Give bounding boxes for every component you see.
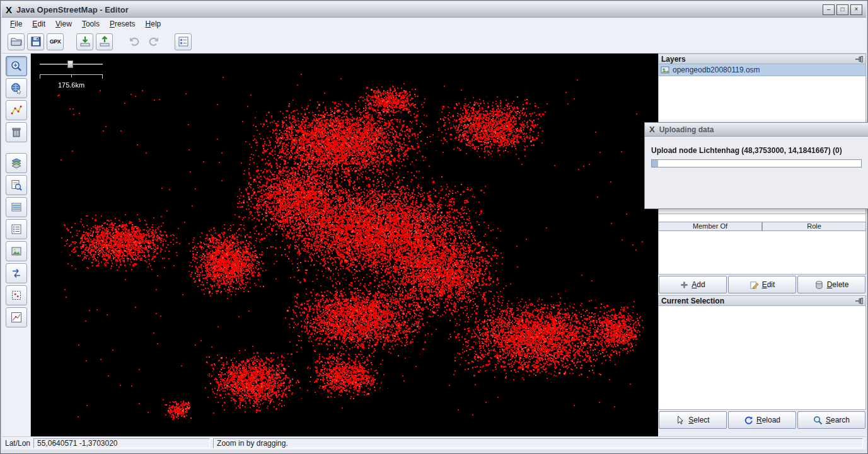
selection-panel-title: Current Selection bbox=[661, 297, 724, 305]
dialog-logo-icon: X bbox=[649, 125, 655, 134]
zoom-tool-button[interactable] bbox=[6, 56, 27, 76]
reload-button[interactable]: Reload bbox=[728, 411, 796, 429]
double-arrow-icon bbox=[10, 267, 23, 280]
map-scale-label: 175.6km bbox=[40, 81, 103, 89]
upload-dialog: X Uploading data Upload node Lichtenhag … bbox=[644, 122, 868, 209]
layers-panel-toggle[interactable] bbox=[6, 153, 27, 173]
edit-button[interactable]: Edit bbox=[728, 276, 796, 293]
add-button-label: Add bbox=[692, 280, 705, 289]
selection-pin-button[interactable] bbox=[855, 298, 863, 304]
member-of-column-header[interactable]: Member Of bbox=[658, 222, 762, 231]
add-button[interactable]: Add bbox=[659, 276, 727, 293]
map-styles-panel-toggle[interactable] bbox=[6, 197, 27, 217]
download-data-button[interactable] bbox=[76, 33, 93, 50]
statusbar: Lat/Lon 55,0640571 -1,3703020 Zoom in by… bbox=[2, 436, 866, 450]
membership-buttons: Add Edit Delete bbox=[658, 275, 866, 295]
folder-open-icon bbox=[10, 35, 23, 48]
draw-tool-button[interactable] bbox=[6, 100, 27, 120]
undo-icon bbox=[128, 35, 141, 48]
app-window: X Java OpenStreetMap - Editor – □ × File… bbox=[0, 0, 868, 454]
pencil-icon bbox=[749, 280, 759, 290]
layers-panel-title: Layers bbox=[661, 55, 686, 64]
maximize-button[interactable]: □ bbox=[836, 4, 848, 15]
tags-panel-toggle[interactable] bbox=[6, 219, 27, 239]
selection-list-panel-toggle[interactable] bbox=[6, 285, 27, 305]
redo-button[interactable] bbox=[145, 33, 162, 50]
membership-table-body[interactable] bbox=[658, 231, 866, 275]
map-scale-bar bbox=[40, 74, 103, 79]
layers-pin-button[interactable] bbox=[855, 56, 863, 62]
open-button[interactable] bbox=[8, 33, 25, 50]
pin-icon bbox=[855, 56, 863, 62]
preferences-icon bbox=[177, 35, 190, 48]
toolbar-separator bbox=[115, 42, 123, 42]
zoom-slider[interactable] bbox=[40, 60, 103, 69]
selection-list[interactable] bbox=[658, 306, 866, 410]
minimize-button[interactable]: – bbox=[823, 4, 835, 15]
layer-type-icon bbox=[661, 65, 669, 74]
move-tool-button[interactable] bbox=[6, 78, 27, 98]
selection-panel-toggle[interactable] bbox=[6, 241, 27, 261]
trash-icon bbox=[10, 126, 23, 139]
download-icon bbox=[79, 35, 91, 48]
menu-presets[interactable]: Presets bbox=[105, 19, 140, 29]
layers-icon bbox=[10, 157, 23, 169]
menubar: File Edit View Tools Presets Help bbox=[2, 18, 866, 30]
delete-button[interactable]: Delete bbox=[797, 276, 865, 293]
upload-icon bbox=[98, 35, 111, 48]
draw-line-icon bbox=[10, 104, 23, 116]
zoom-icon bbox=[10, 60, 23, 72]
globe-cursor-icon bbox=[10, 82, 23, 94]
search-button[interactable]: Search bbox=[797, 411, 865, 429]
magnifier-document-icon bbox=[10, 179, 23, 191]
menu-edit[interactable]: Edit bbox=[28, 19, 50, 29]
delete-button-label: Delete bbox=[827, 280, 849, 289]
slope-chart-icon bbox=[10, 311, 23, 324]
menu-view[interactable]: View bbox=[51, 19, 76, 29]
edit-toolbar bbox=[2, 54, 31, 436]
zoom-slider-handle[interactable] bbox=[67, 60, 73, 68]
image-icon bbox=[10, 245, 23, 258]
upload-progress-fill bbox=[652, 160, 658, 167]
upload-progress-bar bbox=[651, 159, 862, 167]
map-canvas[interactable] bbox=[31, 54, 658, 436]
main-toolbar: GPX bbox=[2, 30, 866, 54]
latlon-label: Lat/Lon bbox=[5, 439, 30, 448]
delete-tool-button[interactable] bbox=[6, 122, 27, 142]
window-title: Java OpenStreetMap - Editor bbox=[16, 5, 129, 14]
properties-panel-toggle[interactable] bbox=[6, 175, 27, 195]
upload-dialog-title: Uploading data bbox=[659, 125, 714, 134]
pin-icon bbox=[855, 298, 863, 304]
role-column-header[interactable]: Role bbox=[762, 222, 866, 231]
export-gpx-button[interactable]: GPX bbox=[47, 33, 64, 50]
close-button[interactable]: × bbox=[850, 4, 862, 15]
toolbar-separator bbox=[66, 42, 74, 42]
toolbar-separator bbox=[165, 42, 172, 42]
striped-panel-icon bbox=[10, 201, 23, 213]
select-button-label: Select bbox=[688, 416, 709, 424]
upload-data-button[interactable] bbox=[96, 33, 113, 50]
upload-status-message: Upload node Lichtenhag (48,3753000, 14,1… bbox=[651, 146, 862, 155]
conflict-panel-toggle[interactable] bbox=[6, 263, 27, 283]
menu-file[interactable]: File bbox=[6, 19, 26, 29]
dashed-rect-icon bbox=[10, 289, 23, 302]
main-content: 175.6km Layers opengeodb20080119.osm Mem… bbox=[2, 54, 866, 436]
layer-row[interactable]: opengeodb20080119.osm bbox=[659, 64, 865, 76]
redo-icon bbox=[148, 35, 160, 48]
upload-dialog-titlebar[interactable]: X Uploading data bbox=[645, 123, 868, 137]
selection-buttons: Select Reload Search bbox=[658, 410, 866, 430]
select-button[interactable]: Select bbox=[659, 411, 727, 429]
preferences-button[interactable] bbox=[175, 33, 192, 50]
upload-dialog-body: Upload node Lichtenhag (48,3753000, 14,1… bbox=[645, 146, 868, 167]
menu-help[interactable]: Help bbox=[141, 19, 166, 29]
save-button[interactable] bbox=[27, 33, 44, 50]
membership-table-header: Member Of Role bbox=[658, 222, 866, 231]
delete-cylinder-icon bbox=[814, 280, 824, 290]
membership-panel-top bbox=[658, 214, 866, 222]
titlebar[interactable]: X Java OpenStreetMap - Editor – □ × bbox=[2, 2, 866, 18]
undo-button[interactable] bbox=[125, 33, 142, 50]
edit-button-label: Edit bbox=[762, 280, 775, 289]
command-stack-panel-toggle[interactable] bbox=[6, 307, 27, 327]
menu-tools[interactable]: Tools bbox=[78, 19, 104, 29]
map-view[interactable]: 175.6km bbox=[31, 54, 658, 436]
